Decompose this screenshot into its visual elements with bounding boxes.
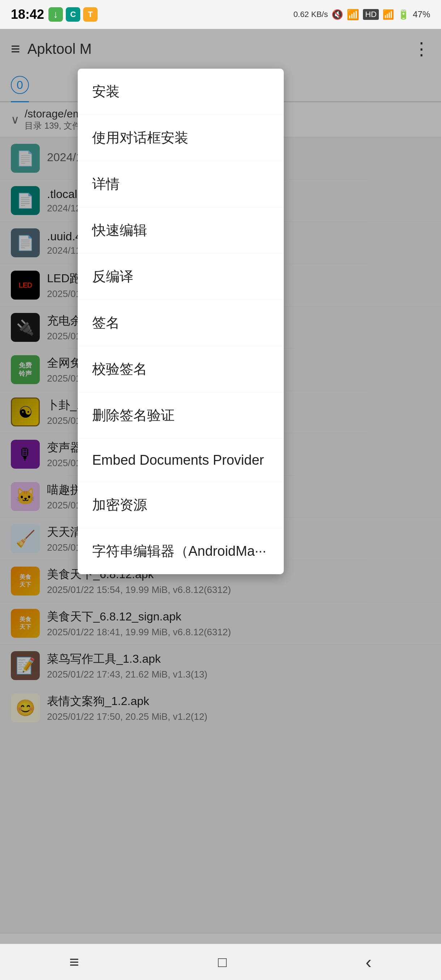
mute-icon: 🔇: [331, 9, 343, 20]
status-bar: 18:42 ↓ C T 0.62 KB/s 🔇 📶 HD 📶 🔋 47%: [0, 0, 441, 29]
status-bar-right: 0.62 KB/s 🔇 📶 HD 📶 🔋 47%: [293, 9, 430, 21]
wifi-icon: 📶: [382, 9, 394, 20]
network-speed: 0.62 KB/s: [293, 10, 328, 19]
system-nav: ≡ □ ‹: [0, 944, 441, 980]
signal-icon: 📶: [347, 9, 359, 21]
menu-overlay[interactable]: 安装 使用对话框安装 详情 快速编辑 反编译 签名 校验签名 删除签名验证 Em…: [0, 29, 441, 980]
tool-icon: T: [83, 7, 97, 22]
home-icon[interactable]: □: [218, 954, 227, 970]
recents-icon[interactable]: ≡: [69, 952, 79, 972]
menu-item-details[interactable]: 详情: [78, 161, 284, 207]
app-container: ≡ Apktool M ⋮ 0 ∨ /storage/emula 目录 139,…: [0, 29, 441, 980]
context-menu: 安装 使用对话框安装 详情 快速编辑 反编译 签名 校验签名 删除签名验证 Em…: [78, 68, 284, 574]
chat-icon: C: [66, 7, 80, 22]
menu-item-sign[interactable]: 签名: [78, 300, 284, 346]
download-icon: ↓: [48, 7, 63, 22]
menu-item-install-dialog[interactable]: 使用对话框安装: [78, 115, 284, 161]
status-time: 18:42: [11, 7, 44, 22]
battery-icon: 🔋: [398, 9, 409, 20]
menu-item-quick-edit[interactable]: 快速编辑: [78, 207, 284, 254]
notification-icons: ↓ C T: [48, 7, 97, 22]
battery-level: 47%: [413, 10, 430, 19]
menu-item-encrypt[interactable]: 加密资源: [78, 482, 284, 528]
menu-item-remove-sign[interactable]: 删除签名验证: [78, 393, 284, 439]
back-icon[interactable]: ‹: [365, 951, 372, 972]
menu-item-string-editor[interactable]: 字符串编辑器（AndroidMa···: [78, 528, 284, 574]
menu-item-verify-sign[interactable]: 校验签名: [78, 346, 284, 393]
menu-item-install[interactable]: 安装: [78, 68, 284, 115]
status-bar-left: 18:42 ↓ C T: [11, 7, 97, 22]
menu-item-embed-docs[interactable]: Embed Documents Provider: [78, 439, 284, 482]
hd-icon: HD: [363, 9, 379, 20]
menu-item-decompile[interactable]: 反编译: [78, 254, 284, 300]
